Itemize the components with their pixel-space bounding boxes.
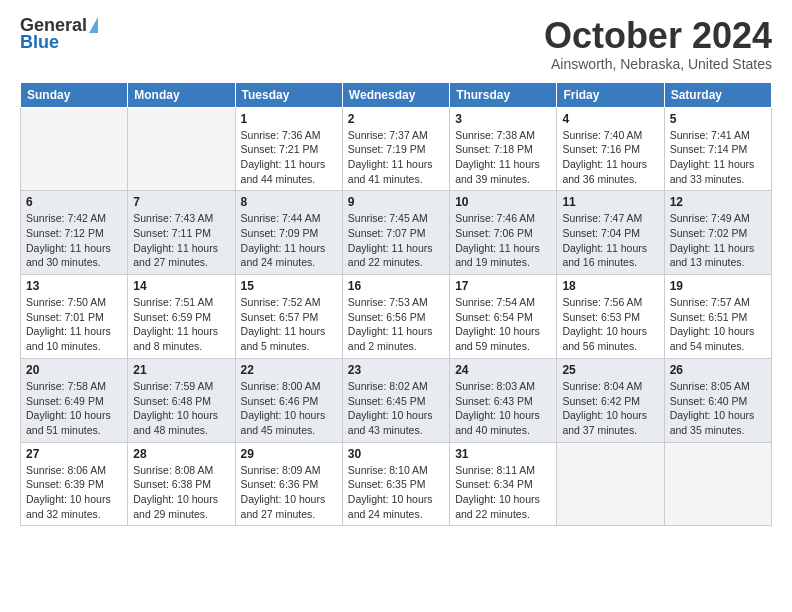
calendar-day-cell: 2Sunrise: 7:37 AMSunset: 7:19 PMDaylight…	[342, 107, 449, 191]
month-title: October 2024	[544, 16, 772, 56]
day-detail: Sunrise: 7:49 AMSunset: 7:02 PMDaylight:…	[670, 211, 766, 270]
day-number: 11	[562, 195, 658, 209]
day-number: 14	[133, 279, 229, 293]
day-number: 24	[455, 363, 551, 377]
day-detail: Sunrise: 7:56 AMSunset: 6:53 PMDaylight:…	[562, 295, 658, 354]
calendar-week-row: 6Sunrise: 7:42 AMSunset: 7:12 PMDaylight…	[21, 191, 772, 275]
calendar-week-row: 1Sunrise: 7:36 AMSunset: 7:21 PMDaylight…	[21, 107, 772, 191]
day-detail: Sunrise: 8:11 AMSunset: 6:34 PMDaylight:…	[455, 463, 551, 522]
calendar-day-cell: 5Sunrise: 7:41 AMSunset: 7:14 PMDaylight…	[664, 107, 771, 191]
day-number: 3	[455, 112, 551, 126]
day-number: 19	[670, 279, 766, 293]
day-number: 4	[562, 112, 658, 126]
day-detail: Sunrise: 7:42 AMSunset: 7:12 PMDaylight:…	[26, 211, 122, 270]
calendar-day-cell: 3Sunrise: 7:38 AMSunset: 7:18 PMDaylight…	[450, 107, 557, 191]
day-detail: Sunrise: 7:46 AMSunset: 7:06 PMDaylight:…	[455, 211, 551, 270]
day-detail: Sunrise: 7:58 AMSunset: 6:49 PMDaylight:…	[26, 379, 122, 438]
day-number: 16	[348, 279, 444, 293]
calendar-day-cell	[21, 107, 128, 191]
day-number: 22	[241, 363, 337, 377]
day-detail: Sunrise: 8:03 AMSunset: 6:43 PMDaylight:…	[455, 379, 551, 438]
calendar-day-cell: 4Sunrise: 7:40 AMSunset: 7:16 PMDaylight…	[557, 107, 664, 191]
calendar-day-cell: 10Sunrise: 7:46 AMSunset: 7:06 PMDayligh…	[450, 191, 557, 275]
calendar-day-cell: 15Sunrise: 7:52 AMSunset: 6:57 PMDayligh…	[235, 275, 342, 359]
title-block: October 2024 Ainsworth, Nebraska, United…	[544, 16, 772, 72]
day-number: 7	[133, 195, 229, 209]
calendar-day-cell: 11Sunrise: 7:47 AMSunset: 7:04 PMDayligh…	[557, 191, 664, 275]
calendar-day-cell: 31Sunrise: 8:11 AMSunset: 6:34 PMDayligh…	[450, 442, 557, 526]
page: General Blue October 2024 Ainsworth, Neb…	[0, 0, 792, 542]
day-detail: Sunrise: 7:43 AMSunset: 7:11 PMDaylight:…	[133, 211, 229, 270]
day-detail: Sunrise: 7:37 AMSunset: 7:19 PMDaylight:…	[348, 128, 444, 187]
day-detail: Sunrise: 7:57 AMSunset: 6:51 PMDaylight:…	[670, 295, 766, 354]
calendar-day-cell: 27Sunrise: 8:06 AMSunset: 6:39 PMDayligh…	[21, 442, 128, 526]
calendar-day-cell: 12Sunrise: 7:49 AMSunset: 7:02 PMDayligh…	[664, 191, 771, 275]
day-detail: Sunrise: 7:45 AMSunset: 7:07 PMDaylight:…	[348, 211, 444, 270]
weekday-header-thursday: Thursday	[450, 82, 557, 107]
calendar-day-cell: 19Sunrise: 7:57 AMSunset: 6:51 PMDayligh…	[664, 275, 771, 359]
day-number: 2	[348, 112, 444, 126]
calendar-day-cell: 28Sunrise: 8:08 AMSunset: 6:38 PMDayligh…	[128, 442, 235, 526]
day-detail: Sunrise: 7:41 AMSunset: 7:14 PMDaylight:…	[670, 128, 766, 187]
day-detail: Sunrise: 7:47 AMSunset: 7:04 PMDaylight:…	[562, 211, 658, 270]
calendar-day-cell: 13Sunrise: 7:50 AMSunset: 7:01 PMDayligh…	[21, 275, 128, 359]
calendar-day-cell: 9Sunrise: 7:45 AMSunset: 7:07 PMDaylight…	[342, 191, 449, 275]
calendar-week-row: 13Sunrise: 7:50 AMSunset: 7:01 PMDayligh…	[21, 275, 772, 359]
day-number: 20	[26, 363, 122, 377]
calendar-week-row: 27Sunrise: 8:06 AMSunset: 6:39 PMDayligh…	[21, 442, 772, 526]
weekday-header-monday: Monday	[128, 82, 235, 107]
calendar-day-cell: 26Sunrise: 8:05 AMSunset: 6:40 PMDayligh…	[664, 358, 771, 442]
calendar-day-cell: 7Sunrise: 7:43 AMSunset: 7:11 PMDaylight…	[128, 191, 235, 275]
location: Ainsworth, Nebraska, United States	[544, 56, 772, 72]
calendar-day-cell: 23Sunrise: 8:02 AMSunset: 6:45 PMDayligh…	[342, 358, 449, 442]
day-detail: Sunrise: 7:36 AMSunset: 7:21 PMDaylight:…	[241, 128, 337, 187]
day-detail: Sunrise: 7:54 AMSunset: 6:54 PMDaylight:…	[455, 295, 551, 354]
day-number: 1	[241, 112, 337, 126]
calendar-day-cell: 22Sunrise: 8:00 AMSunset: 6:46 PMDayligh…	[235, 358, 342, 442]
day-detail: Sunrise: 8:10 AMSunset: 6:35 PMDaylight:…	[348, 463, 444, 522]
day-detail: Sunrise: 7:38 AMSunset: 7:18 PMDaylight:…	[455, 128, 551, 187]
day-detail: Sunrise: 7:50 AMSunset: 7:01 PMDaylight:…	[26, 295, 122, 354]
calendar-day-cell: 14Sunrise: 7:51 AMSunset: 6:59 PMDayligh…	[128, 275, 235, 359]
day-number: 27	[26, 447, 122, 461]
day-number: 25	[562, 363, 658, 377]
day-number: 18	[562, 279, 658, 293]
calendar-day-cell: 25Sunrise: 8:04 AMSunset: 6:42 PMDayligh…	[557, 358, 664, 442]
weekday-header-row: SundayMondayTuesdayWednesdayThursdayFrid…	[21, 82, 772, 107]
day-detail: Sunrise: 8:04 AMSunset: 6:42 PMDaylight:…	[562, 379, 658, 438]
calendar-day-cell: 6Sunrise: 7:42 AMSunset: 7:12 PMDaylight…	[21, 191, 128, 275]
calendar-day-cell: 21Sunrise: 7:59 AMSunset: 6:48 PMDayligh…	[128, 358, 235, 442]
day-number: 15	[241, 279, 337, 293]
weekday-header-sunday: Sunday	[21, 82, 128, 107]
calendar-day-cell: 20Sunrise: 7:58 AMSunset: 6:49 PMDayligh…	[21, 358, 128, 442]
day-detail: Sunrise: 8:02 AMSunset: 6:45 PMDaylight:…	[348, 379, 444, 438]
weekday-header-wednesday: Wednesday	[342, 82, 449, 107]
day-detail: Sunrise: 7:40 AMSunset: 7:16 PMDaylight:…	[562, 128, 658, 187]
day-number: 28	[133, 447, 229, 461]
calendar-day-cell	[664, 442, 771, 526]
weekday-header-tuesday: Tuesday	[235, 82, 342, 107]
calendar: SundayMondayTuesdayWednesdayThursdayFrid…	[20, 82, 772, 527]
day-detail: Sunrise: 7:52 AMSunset: 6:57 PMDaylight:…	[241, 295, 337, 354]
day-number: 30	[348, 447, 444, 461]
header: General Blue October 2024 Ainsworth, Neb…	[20, 16, 772, 72]
day-detail: Sunrise: 7:44 AMSunset: 7:09 PMDaylight:…	[241, 211, 337, 270]
calendar-day-cell	[128, 107, 235, 191]
logo-blue: Blue	[20, 33, 98, 51]
day-number: 21	[133, 363, 229, 377]
calendar-week-row: 20Sunrise: 7:58 AMSunset: 6:49 PMDayligh…	[21, 358, 772, 442]
calendar-day-cell: 1Sunrise: 7:36 AMSunset: 7:21 PMDaylight…	[235, 107, 342, 191]
day-detail: Sunrise: 8:06 AMSunset: 6:39 PMDaylight:…	[26, 463, 122, 522]
logo: General Blue	[20, 16, 98, 51]
day-number: 29	[241, 447, 337, 461]
weekday-header-saturday: Saturday	[664, 82, 771, 107]
day-detail: Sunrise: 8:09 AMSunset: 6:36 PMDaylight:…	[241, 463, 337, 522]
day-number: 9	[348, 195, 444, 209]
day-detail: Sunrise: 7:53 AMSunset: 6:56 PMDaylight:…	[348, 295, 444, 354]
day-number: 13	[26, 279, 122, 293]
calendar-day-cell: 8Sunrise: 7:44 AMSunset: 7:09 PMDaylight…	[235, 191, 342, 275]
day-detail: Sunrise: 7:59 AMSunset: 6:48 PMDaylight:…	[133, 379, 229, 438]
day-number: 10	[455, 195, 551, 209]
day-number: 17	[455, 279, 551, 293]
day-detail: Sunrise: 8:00 AMSunset: 6:46 PMDaylight:…	[241, 379, 337, 438]
